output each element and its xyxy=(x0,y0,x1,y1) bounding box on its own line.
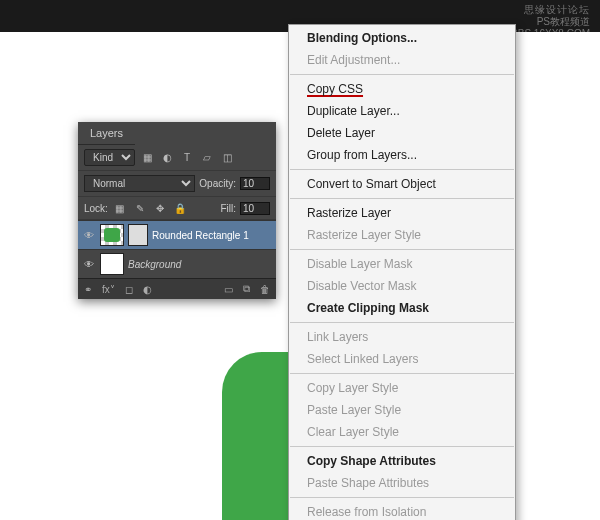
layer-name[interactable]: Rounded Rectangle 1 xyxy=(152,230,272,241)
menu-item-edit-adjustment: Edit Adjustment... xyxy=(289,49,515,71)
menu-item-paste-layer-style: Paste Layer Style xyxy=(289,399,515,421)
menu-item-blending-options[interactable]: Blending Options... xyxy=(289,27,515,49)
filter-shape-icon[interactable]: ▱ xyxy=(199,151,215,165)
menu-item-release-from-isolation: Release from Isolation xyxy=(289,501,515,520)
menu-item-rasterize-layer[interactable]: Rasterize Layer xyxy=(289,202,515,224)
menu-separator xyxy=(290,446,514,447)
fill-label: Fill: xyxy=(220,203,236,214)
menu-item-create-clipping-mask[interactable]: Create Clipping Mask xyxy=(289,297,515,319)
lock-all-icon[interactable]: 🔒 xyxy=(172,201,188,215)
layer-mask-thumb[interactable] xyxy=(128,224,148,246)
menu-item-clear-layer-style: Clear Layer Style xyxy=(289,421,515,443)
menu-separator xyxy=(290,169,514,170)
blend-row: Normal Opacity: xyxy=(78,171,276,197)
layers-footer: ⚭ fx˅ ◻ ◐ ▭ ⧉ 🗑 xyxy=(78,278,276,299)
adjust-icon[interactable]: ◐ xyxy=(143,284,152,295)
menu-item-duplicate-layer[interactable]: Duplicate Layer... xyxy=(289,100,515,122)
menu-item-copy-css[interactable]: Copy CSS xyxy=(289,78,515,100)
lock-move-icon[interactable]: ✥ xyxy=(152,201,168,215)
layer-name[interactable]: Background xyxy=(128,259,272,270)
blend-mode-select[interactable]: Normal xyxy=(84,175,195,192)
menu-item-link-layers: Link Layers xyxy=(289,326,515,348)
layer-item-background[interactable]: 👁 Background xyxy=(78,249,276,278)
layer-item-selected[interactable]: 👁 Rounded Rectangle 1 xyxy=(78,220,276,249)
menu-separator xyxy=(290,373,514,374)
lock-label: Lock: xyxy=(84,203,108,214)
filter-smart-icon[interactable]: ◫ xyxy=(219,151,235,165)
link-icon[interactable]: ⚭ xyxy=(84,284,92,295)
watermark-l1: 思缘设计论坛 xyxy=(511,4,590,16)
filter-row: Kind ▦ ◐ T ▱ ◫ xyxy=(78,145,276,171)
layers-tab[interactable]: Layers xyxy=(78,122,135,145)
layers-panel: Layers Kind ▦ ◐ T ▱ ◫ Normal Opacity: Lo… xyxy=(78,122,276,299)
menu-item-convert-to-smart-object[interactable]: Convert to Smart Object xyxy=(289,173,515,195)
menu-item-select-linked-layers: Select Linked Layers xyxy=(289,348,515,370)
watermark-l2: PS教程频道 xyxy=(511,16,590,28)
menu-item-copy-shape-attributes[interactable]: Copy Shape Attributes xyxy=(289,450,515,472)
visibility-icon[interactable]: 👁 xyxy=(82,230,96,241)
menu-item-copy-layer-style: Copy Layer Style xyxy=(289,377,515,399)
menu-item-disable-layer-mask: Disable Layer Mask xyxy=(289,253,515,275)
menu-separator xyxy=(290,497,514,498)
layer-thumb[interactable] xyxy=(100,224,124,246)
group-icon[interactable]: ▭ xyxy=(224,284,233,295)
new-layer-icon[interactable]: ⧉ xyxy=(243,283,250,295)
opacity-label: Opacity: xyxy=(199,178,236,189)
lock-row: Lock: ▦ ✎ ✥ 🔒 Fill: xyxy=(78,197,276,220)
visibility-icon[interactable]: 👁 xyxy=(82,259,96,270)
layer-context-menu: Blending Options...Edit Adjustment...Cop… xyxy=(288,24,516,520)
menu-separator xyxy=(290,74,514,75)
opacity-input[interactable] xyxy=(240,177,270,190)
fx-icon[interactable]: fx˅ xyxy=(102,284,115,295)
menu-item-paste-shape-attributes: Paste Shape Attributes xyxy=(289,472,515,494)
menu-item-delete-layer[interactable]: Delete Layer xyxy=(289,122,515,144)
menu-item-rasterize-layer-style: Rasterize Layer Style xyxy=(289,224,515,246)
lock-trans-icon[interactable]: ▦ xyxy=(112,201,128,215)
menu-separator xyxy=(290,249,514,250)
layer-thumb[interactable] xyxy=(100,253,124,275)
filter-adjust-icon[interactable]: ◐ xyxy=(159,151,175,165)
kind-filter[interactable]: Kind xyxy=(84,149,135,166)
lock-paint-icon[interactable]: ✎ xyxy=(132,201,148,215)
filter-pixel-icon[interactable]: ▦ xyxy=(139,151,155,165)
menu-separator xyxy=(290,198,514,199)
mask-icon[interactable]: ◻ xyxy=(125,284,133,295)
trash-icon[interactable]: 🗑 xyxy=(260,284,270,295)
menu-item-group-from-layers[interactable]: Group from Layers... xyxy=(289,144,515,166)
filter-text-icon[interactable]: T xyxy=(179,151,195,165)
fill-input[interactable] xyxy=(240,202,270,215)
menu-separator xyxy=(290,322,514,323)
menu-item-disable-vector-mask: Disable Vector Mask xyxy=(289,275,515,297)
